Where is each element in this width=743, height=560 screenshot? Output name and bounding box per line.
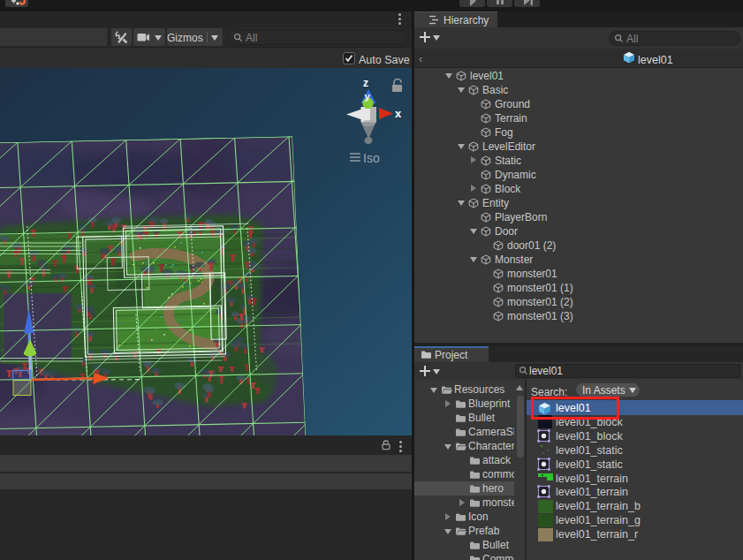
svg-text:x: x	[395, 107, 402, 120]
svg-text:y: y	[365, 91, 371, 102]
svg-text:z: z	[363, 77, 368, 89]
svg-text:Iso: Iso	[363, 151, 380, 165]
